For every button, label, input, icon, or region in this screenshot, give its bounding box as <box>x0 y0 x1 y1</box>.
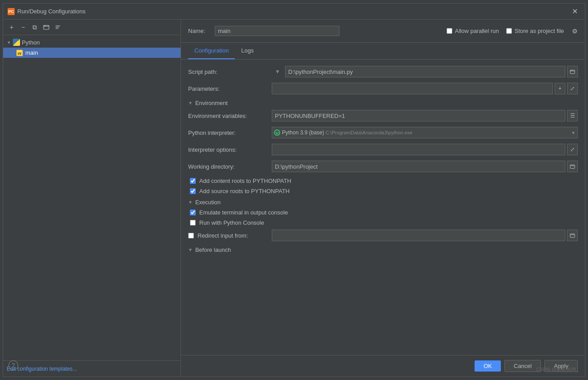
sidebar: + − ⧉ <box>3 20 181 376</box>
interpreter-spinner-icon <box>276 131 278 134</box>
working-dir-browse-button[interactable] <box>567 161 578 172</box>
environment-section-header[interactable]: ▼ Environment <box>188 100 578 106</box>
dialog-footer: OK Cancel Apply <box>181 355 585 376</box>
interpreter-name: Python 3.9 (base) C:\ProgramData\Anacond… <box>282 129 569 136</box>
main-content: + − ⧉ <box>3 20 585 376</box>
interpreter-label: Python interpreter: <box>188 129 268 136</box>
folder-browse-icon-3 <box>570 233 575 238</box>
watermark: CSDN @删若惊鸿_ <box>536 366 579 373</box>
execution-section-header[interactable]: ▼ Execution <box>188 199 578 206</box>
parameters-label: Parameters: <box>188 85 268 92</box>
redirect-input-input[interactable] <box>272 230 565 241</box>
redirect-input-row: Redirect input from: <box>188 230 578 241</box>
name-input[interactable] <box>215 26 339 36</box>
execution-section-label: Execution <box>195 199 221 206</box>
before-launch-section-header[interactable]: ▼ Before launch <box>188 247 578 253</box>
main-config-item[interactable]: main <box>3 48 181 58</box>
sidebar-tree: ▼ Python main <box>3 35 181 360</box>
sort-button[interactable] <box>53 22 63 32</box>
store-project-label: Store as project file <box>515 28 564 34</box>
svg-rect-5 <box>570 165 575 169</box>
allow-parallel-row[interactable]: Allow parallel run <box>447 28 499 34</box>
allow-parallel-checkbox[interactable] <box>447 28 452 34</box>
folder-icon <box>43 24 49 30</box>
store-project-checkbox[interactable] <box>506 28 512 34</box>
working-dir-input[interactable] <box>272 161 565 172</box>
chevron-down-icon: ▼ <box>7 40 11 45</box>
working-dir-label: Working directory: <box>188 163 268 170</box>
tab-configuration[interactable]: Configuration <box>188 43 235 59</box>
title-bar-left: PC Run/Debug Configurations <box>8 8 85 15</box>
redirect-input-browse-button[interactable] <box>567 230 578 241</box>
script-path-browse-button[interactable] <box>567 66 578 77</box>
interpreter-field-wrapper: Python 3.9 (base) C:\ProgramData\Anacond… <box>272 127 578 138</box>
script-path-input[interactable] <box>285 66 565 77</box>
gear-icon[interactable]: ⚙ <box>572 28 578 35</box>
svg-rect-6 <box>570 234 575 238</box>
sidebar-bottom: Edit configuration templates... <box>3 360 181 376</box>
redirect-input-checkbox[interactable] <box>188 233 194 239</box>
env-variables-input[interactable] <box>272 110 565 121</box>
tabs-bar: Configuration Logs <box>181 43 585 60</box>
sidebar-toolbar: + − ⧉ <box>3 20 181 35</box>
environment-section-label: Environment <box>195 100 228 106</box>
folder-browse-icon-2 <box>570 164 575 169</box>
store-project-row[interactable]: Store as project file <box>506 28 564 34</box>
script-path-field: ▼ <box>272 66 578 77</box>
dialog-title: Run/Debug Configurations <box>17 8 85 15</box>
parameters-add-button[interactable]: + <box>555 83 565 94</box>
interpreter-dropdown-arrow-icon: ▼ <box>571 130 576 135</box>
execution-arrow-icon: ▼ <box>188 200 193 205</box>
add-content-roots-checkbox[interactable] <box>190 178 196 184</box>
env-variables-edit-button[interactable]: ☰ <box>567 110 578 121</box>
python-file-icon <box>16 50 23 56</box>
env-variables-field: ☰ <box>272 110 578 121</box>
add-source-roots-row: Add source roots to PYTHONPATH <box>190 188 578 194</box>
emulate-terminal-label: Emulate terminal in output console <box>199 209 288 216</box>
before-launch-arrow-icon: ▼ <box>188 247 193 252</box>
interpreter-row: Python interpreter: Python 3.9 (base) C:… <box>188 127 578 138</box>
python-group-label: Python <box>22 39 40 46</box>
run-python-console-label: Run with Python Console <box>199 219 264 226</box>
run-debug-dialog: PC Run/Debug Configurations ✕ + − ⧉ <box>3 3 585 377</box>
main-config-label: main <box>25 49 38 56</box>
folder-button[interactable] <box>41 22 51 32</box>
name-row: Name: Allow parallel run Store as projec… <box>181 20 585 43</box>
copy-config-button[interactable]: ⧉ <box>30 22 40 32</box>
config-content: Script path: ▼ <box>181 60 585 355</box>
interpreter-options-row: Interpreter options: ⤢ <box>188 144 578 155</box>
emulate-terminal-checkbox[interactable] <box>190 210 196 215</box>
redirect-input-label: Redirect input from: <box>197 232 248 239</box>
working-dir-row: Working directory: <box>188 161 578 172</box>
env-variables-row: Environment variables: ☰ <box>188 110 578 121</box>
interpreter-options-input[interactable] <box>272 144 565 155</box>
run-python-console-checkbox[interactable] <box>190 220 196 226</box>
remove-config-button[interactable]: − <box>18 22 28 32</box>
name-label: Name: <box>188 28 210 34</box>
add-source-roots-checkbox[interactable] <box>190 188 196 194</box>
interpreter-dropdown[interactable]: Python 3.9 (base) C:\ProgramData\Anacond… <box>272 127 578 138</box>
python-group[interactable]: ▼ Python <box>3 37 181 48</box>
interpreter-options-label: Interpreter options: <box>188 146 268 153</box>
cancel-button[interactable]: Cancel <box>504 360 541 372</box>
add-config-button[interactable]: + <box>7 22 16 32</box>
add-source-roots-label: Add source roots to PYTHONPATH <box>199 188 290 194</box>
interpreter-status-icon <box>274 129 280 136</box>
python-group-icon <box>13 39 20 46</box>
parameters-row: Parameters: + ⤢ <box>188 83 578 94</box>
script-path-label: Script path: <box>188 69 268 75</box>
folder-browse-icon <box>570 69 575 74</box>
script-path-dropdown[interactable]: ▼ <box>272 66 283 77</box>
options-row: Allow parallel run Store as project file… <box>447 28 578 35</box>
ok-button[interactable]: OK <box>475 360 501 372</box>
tab-logs[interactable]: Logs <box>235 43 260 59</box>
title-bar: PC Run/Debug Configurations ✕ <box>3 4 585 20</box>
allow-parallel-label: Allow parallel run <box>455 28 499 34</box>
close-button[interactable]: ✕ <box>569 6 580 16</box>
env-variables-label: Environment variables: <box>188 113 268 119</box>
help-button[interactable]: ? <box>8 360 18 370</box>
working-dir-field <box>272 161 578 172</box>
parameters-input[interactable] <box>272 83 553 94</box>
parameters-expand-button[interactable]: ⤢ <box>567 83 578 94</box>
interpreter-options-expand-button[interactable]: ⤢ <box>567 144 578 155</box>
